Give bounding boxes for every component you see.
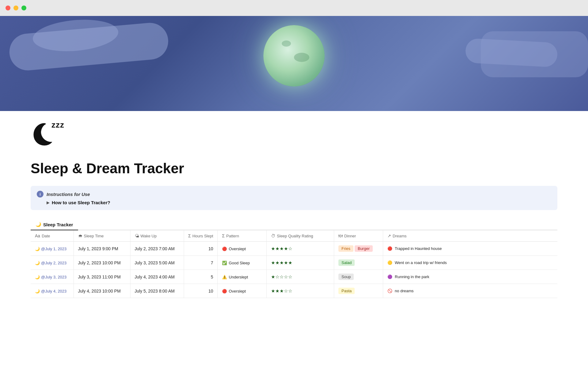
cell-hours-slept: 10 bbox=[184, 284, 218, 298]
dream-cell: 🔴Trapped in Haunted house bbox=[387, 246, 553, 251]
cell-sleep-time: July 4, 2023 10:00 PM bbox=[74, 284, 130, 298]
col-header-dreams: ↗Dreams bbox=[383, 230, 557, 242]
page-icon: zzz bbox=[31, 120, 64, 154]
cell-dinner: Soup bbox=[334, 270, 383, 284]
close-button[interactable] bbox=[6, 6, 10, 10]
titlebar bbox=[0, 0, 588, 16]
table-header-row: AaDate 🌧Sleep Time 🌤Wake Up ΣHours Slept… bbox=[31, 230, 557, 242]
star-rating: ★★★☆☆ bbox=[271, 288, 292, 293]
tab-bar: 🌙 Sleep Tracker bbox=[31, 219, 557, 230]
info-toggle-label: How to use Sleep Tracker? bbox=[52, 200, 110, 205]
col-header-dinner: 🍽Dinner bbox=[334, 230, 383, 242]
pattern-badge: ⚠️ Underslept bbox=[222, 275, 248, 279]
dinner-tag: Pasta bbox=[338, 288, 355, 294]
sleep-col-icon: 🌧 bbox=[78, 233, 82, 238]
cell-date[interactable]: 🌙@July 3, 2023 bbox=[31, 270, 74, 284]
cell-sleep-time: July 3, 2023 11:00 PM bbox=[74, 270, 130, 284]
page-title: Sleep & Dream Tracker bbox=[31, 160, 557, 177]
moon-crater-2 bbox=[294, 53, 309, 62]
dream-emoji: 🟣 bbox=[387, 274, 392, 279]
cell-dreams: 🟣Running in the park bbox=[383, 270, 557, 284]
pattern-col-icon: Σ bbox=[222, 233, 225, 238]
cell-dinner: Pasta bbox=[334, 284, 383, 298]
cell-wake-up: July 4, 2023 4:00 AM bbox=[130, 270, 184, 284]
col-header-quality: ⏱Sleep Quality Rating bbox=[267, 230, 334, 242]
dream-emoji: 🔴 bbox=[387, 246, 392, 251]
maximize-button[interactable] bbox=[21, 6, 26, 10]
star-rating: ★★★★☆ bbox=[271, 246, 292, 251]
dream-text: Trapped in Haunted house bbox=[395, 246, 442, 251]
dream-cell: 🚫no dreams bbox=[387, 289, 553, 293]
col-header-pattern: ΣPattern bbox=[218, 230, 267, 242]
cell-dreams: 🚫no dreams bbox=[383, 284, 557, 298]
date-emoji: 🌙 bbox=[35, 289, 40, 293]
info-toggle[interactable]: ▶ How to use Sleep Tracker? bbox=[37, 200, 551, 205]
cell-wake-up: July 5, 2023 8:00 AM bbox=[130, 284, 184, 298]
hours-col-icon: Σ bbox=[188, 233, 191, 238]
cell-quality: ★★★★☆ bbox=[267, 242, 334, 256]
table-row[interactable]: 🌙@July 2, 2023July 2, 2023 10:00 PMJuly … bbox=[31, 256, 557, 270]
date-emoji: 🌙 bbox=[35, 247, 40, 251]
cloud-right bbox=[481, 31, 588, 77]
table-row[interactable]: 🌙@July 1, 2023July 1, 2023 9:00 PMJuly 2… bbox=[31, 242, 557, 256]
dream-cell: 🟡Went on a road trip w/ friends bbox=[387, 260, 553, 265]
hero-banner bbox=[0, 16, 588, 111]
pattern-badge: ✅ Good Sleep bbox=[222, 261, 250, 265]
minimize-button[interactable] bbox=[13, 6, 18, 10]
dream-cell: 🟣Running in the park bbox=[387, 274, 553, 279]
cell-sleep-time: July 2, 2023 10:00 PM bbox=[74, 256, 130, 270]
cell-hours-slept: 7 bbox=[184, 256, 218, 270]
table-row[interactable]: 🌙@July 4, 2023July 4, 2023 10:00 PMJuly … bbox=[31, 284, 557, 298]
pattern-badge: 🔴 Overslept bbox=[222, 247, 246, 251]
pattern-emoji: ⚠️ bbox=[222, 275, 227, 279]
dream-text: no dreams bbox=[395, 289, 413, 293]
cell-pattern: ⚠️ Underslept bbox=[218, 270, 267, 284]
moon-image bbox=[263, 25, 325, 86]
date-col-icon: Aa bbox=[35, 233, 40, 238]
star-rating: ★☆☆☆☆ bbox=[271, 274, 292, 279]
pattern-emoji: 🔴 bbox=[222, 289, 227, 293]
cell-date[interactable]: 🌙@July 4, 2023 bbox=[31, 284, 74, 298]
date-emoji: 🌙 bbox=[35, 261, 40, 265]
hero-clouds bbox=[0, 16, 588, 111]
dream-text: Went on a road trip w/ friends bbox=[395, 260, 447, 265]
cell-hours-slept: 10 bbox=[184, 242, 218, 256]
tab-sleep-tracker[interactable]: 🌙 Sleep Tracker bbox=[31, 219, 78, 230]
wake-col-icon: 🌤 bbox=[135, 233, 139, 238]
dreams-col-icon: ↗ bbox=[387, 233, 391, 238]
dinner-tag: Soup bbox=[338, 274, 354, 280]
col-header-date: AaDate bbox=[31, 230, 74, 242]
cell-pattern: 🔴 Overslept bbox=[218, 242, 267, 256]
tab-icon: 🌙 bbox=[36, 222, 41, 227]
tab-label: Sleep Tracker bbox=[43, 222, 73, 227]
info-icon: i bbox=[37, 191, 43, 197]
cell-quality: ★☆☆☆☆ bbox=[267, 270, 334, 284]
cell-sleep-time: July 1, 2023 9:00 PM bbox=[74, 242, 130, 256]
moon-crater-1 bbox=[282, 40, 291, 47]
info-title: Instructions for Use bbox=[47, 192, 90, 197]
zzz-text: zzz bbox=[51, 120, 64, 130]
dinner-col-icon: 🍽 bbox=[338, 233, 343, 238]
col-header-sleep: 🌧Sleep Time bbox=[74, 230, 130, 242]
info-box: i Instructions for Use ▶ How to use Slee… bbox=[31, 186, 557, 210]
cell-pattern: ✅ Good Sleep bbox=[218, 256, 267, 270]
cell-dinner: FriesBurger bbox=[334, 242, 383, 256]
cell-quality: ★★★☆☆ bbox=[267, 284, 334, 298]
cell-pattern: 🔴 Overslept bbox=[218, 284, 267, 298]
cell-wake-up: July 2, 2023 7:00 AM bbox=[130, 242, 184, 256]
col-header-hours: ΣHours Slept bbox=[184, 230, 218, 242]
cell-dinner: Salad bbox=[334, 256, 383, 270]
dinner-tag: Salad bbox=[338, 259, 355, 266]
table-row[interactable]: 🌙@July 3, 2023July 3, 2023 11:00 PMJuly … bbox=[31, 270, 557, 284]
dinner-tag: Burger bbox=[355, 245, 373, 252]
pattern-emoji: ✅ bbox=[222, 261, 227, 265]
dream-text: Running in the park bbox=[395, 274, 429, 279]
col-header-wake: 🌤Wake Up bbox=[130, 230, 184, 242]
dream-emoji: 🚫 bbox=[387, 289, 392, 293]
info-header: i Instructions for Use bbox=[37, 191, 551, 197]
cell-date[interactable]: 🌙@July 1, 2023 bbox=[31, 242, 74, 256]
page-content: zzz Sleep & Dream Tracker i Instructions… bbox=[0, 111, 588, 316]
star-rating: ★★★★★ bbox=[271, 260, 292, 265]
pattern-emoji: 🔴 bbox=[222, 247, 227, 251]
cell-date[interactable]: 🌙@July 2, 2023 bbox=[31, 256, 74, 270]
